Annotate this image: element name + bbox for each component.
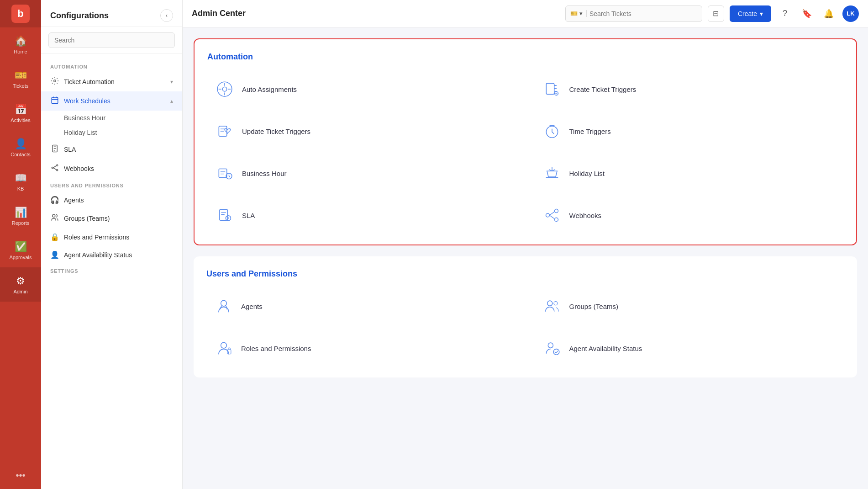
- search-bar: 🎫 ▾: [565, 5, 702, 22]
- groups-teams-icon: [50, 213, 59, 223]
- automation-section-card: Automation Auto Assignments: [194, 38, 857, 245]
- kb-icon: 📖: [15, 172, 27, 184]
- auto-assignments-item[interactable]: Auto Assignments: [207, 73, 516, 106]
- svg-rect-1: [52, 97, 58, 104]
- nav-item-reports[interactable]: 📊 Reports: [0, 199, 41, 233]
- create-chevron-icon: ▾: [760, 10, 763, 17]
- svg-point-14: [53, 214, 55, 217]
- nav-rail: b 🏠 Home 🎫 Tickets 📅 Activities 👤 Contac…: [0, 0, 41, 489]
- webhooks-icon: [542, 205, 562, 225]
- svg-line-13: [53, 168, 57, 170]
- webhooks-item[interactable]: Webhooks: [535, 199, 844, 232]
- roles-permissions-item[interactable]: Roles and Permissions: [206, 332, 516, 365]
- nav-item-kb[interactable]: 📖 KB: [0, 165, 41, 199]
- agent-availability-icon: [542, 338, 562, 358]
- update-ticket-triggers-item[interactable]: Update Ticket Triggers: [207, 115, 516, 148]
- bookmark-button[interactable]: 🔖: [799, 5, 815, 22]
- webhooks-label: Webhooks: [569, 212, 602, 219]
- sidebar-header: Configurations ‹: [41, 0, 182, 27]
- ticket-automation-arrow: ▾: [170, 79, 173, 85]
- section-label-users-permissions: USERS AND PERMISSIONS: [41, 178, 182, 191]
- help-button[interactable]: ?: [777, 5, 793, 22]
- contacts-icon: 👤: [15, 138, 27, 150]
- groups-teams-item[interactable]: Groups (Teams): [535, 290, 845, 323]
- agent-availability-item[interactable]: Agent Availability Status: [535, 332, 845, 365]
- admin-icon: ⚙: [16, 275, 25, 287]
- svg-rect-17: [546, 83, 554, 94]
- sidebar-subitem-holiday-list[interactable]: Holiday List: [41, 125, 182, 140]
- sidebar-item-groups-teams-label: Groups (Teams): [64, 215, 110, 222]
- webhooks-icon: [50, 164, 59, 174]
- section-label-automation: AUTOMATION: [41, 59, 182, 72]
- svg-point-33: [221, 342, 227, 348]
- sidebar-title: Configurations: [50, 11, 109, 21]
- sidebar-item-work-schedules[interactable]: Work Schedules ▴: [41, 91, 182, 111]
- create-ticket-triggers-label: Create Ticket Triggers: [569, 85, 637, 93]
- svg-point-0: [54, 80, 56, 82]
- search-input[interactable]: [589, 10, 697, 17]
- sidebar-subitem-business-hour[interactable]: Business Hour: [41, 111, 182, 125]
- holiday-list-label: Holiday List: [569, 170, 605, 177]
- groups-teams-icon: [542, 296, 562, 316]
- sidebar-item-groups-teams[interactable]: Groups (Teams): [41, 209, 182, 228]
- svg-point-27: [554, 218, 558, 222]
- home-icon: 🏠: [15, 35, 27, 47]
- svg-line-12: [53, 166, 57, 168]
- sidebar-item-sla-label: SLA: [64, 146, 76, 153]
- sidebar-item-work-schedules-label: Work Schedules: [64, 97, 110, 105]
- activities-icon: 📅: [15, 104, 27, 116]
- svg-point-9: [52, 167, 53, 169]
- users-permissions-section-card: Users and Permissions Agents: [194, 256, 857, 377]
- nav-item-approvals[interactable]: ✅ Approvals: [0, 233, 41, 267]
- bell-icon: 🔔: [824, 9, 834, 19]
- business-hour-icon: [215, 163, 235, 183]
- time-triggers-icon: [542, 121, 562, 141]
- nav-item-home[interactable]: 🏠 Home: [0, 27, 41, 62]
- sla-item[interactable]: SLA: [207, 199, 516, 232]
- filter-icon: ⊟: [713, 9, 719, 18]
- sidebar-item-roles-permissions-label: Roles and Permissions: [64, 234, 129, 241]
- svg-rect-34: [227, 350, 231, 354]
- holiday-list-item[interactable]: Holiday List: [535, 157, 844, 190]
- nav-more-dots[interactable]: •••: [0, 462, 41, 489]
- work-schedules-arrow: ▴: [170, 98, 173, 104]
- tickets-icon: 🎫: [15, 69, 27, 81]
- work-schedules-icon: [50, 96, 59, 106]
- sla-icon: [215, 205, 235, 225]
- svg-point-11: [57, 170, 58, 171]
- users-permissions-section-title: Users and Permissions: [206, 269, 844, 279]
- collapse-button[interactable]: ‹: [160, 9, 173, 22]
- time-triggers-item[interactable]: Time Triggers: [535, 115, 844, 148]
- agents-icon: 🎧: [50, 196, 59, 204]
- sidebar-item-agent-availability[interactable]: 👤 Agent Availability Status: [41, 246, 182, 264]
- nav-item-contacts[interactable]: 👤 Contacts: [0, 130, 41, 165]
- nav-item-activities[interactable]: 📅 Activities: [0, 96, 41, 130]
- sidebar-search-input[interactable]: [48, 32, 175, 48]
- sidebar-item-webhooks[interactable]: Webhooks: [41, 159, 182, 178]
- svg-point-35: [548, 343, 553, 348]
- main-content: Automation Auto Assignments: [183, 27, 868, 489]
- create-ticket-triggers-item[interactable]: Create Ticket Triggers: [535, 73, 844, 106]
- auto-assignments-icon: [215, 79, 235, 99]
- create-button[interactable]: Create ▾: [730, 5, 771, 22]
- ticket-filter-dropdown[interactable]: 🎫 ▾: [570, 10, 587, 17]
- holiday-list-icon: [542, 163, 562, 183]
- business-hour-item[interactable]: Business Hour: [207, 157, 516, 190]
- sidebar-item-agents[interactable]: 🎧 Agents: [41, 191, 182, 209]
- create-label: Create: [738, 10, 757, 17]
- nav-item-admin[interactable]: ⚙ Admin: [0, 267, 41, 302]
- filter-button[interactable]: ⊟: [708, 5, 724, 22]
- agents-item[interactable]: Agents: [206, 290, 516, 323]
- update-ticket-triggers-label: Update Ticket Triggers: [242, 128, 310, 135]
- sidebar-item-sla[interactable]: SLA: [41, 140, 182, 159]
- sidebar-item-agent-availability-label: Agent Availability Status: [64, 251, 132, 259]
- sidebar-item-roles-permissions[interactable]: 🔒 Roles and Permissions: [41, 228, 182, 246]
- roles-permissions-icon: [214, 338, 234, 358]
- sidebar-item-ticket-automation[interactable]: Ticket Automation ▾: [41, 72, 182, 91]
- svg-line-29: [549, 215, 554, 219]
- user-avatar[interactable]: LK: [842, 5, 859, 22]
- users-permissions-grid: Agents Groups (Teams): [206, 290, 844, 365]
- svg-point-26: [554, 209, 558, 213]
- notifications-button[interactable]: 🔔: [821, 5, 837, 22]
- nav-item-tickets[interactable]: 🎫 Tickets: [0, 62, 41, 96]
